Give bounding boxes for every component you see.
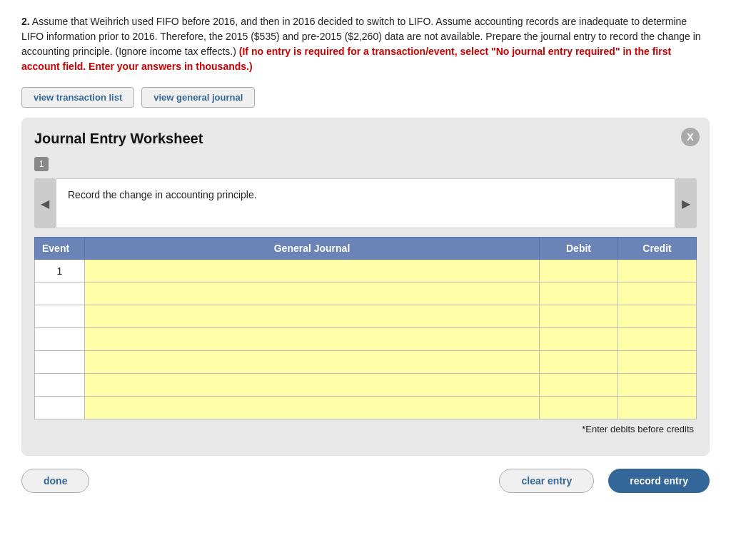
col-header-debit: Debit: [540, 238, 618, 260]
journal-input[interactable]: [85, 260, 539, 282]
description-row: ◀ Record the change in accounting princi…: [34, 178, 697, 228]
journal-table: Event General Journal Debit Credit 1: [34, 237, 697, 419]
debit-input[interactable]: [540, 260, 617, 282]
credit-cell[interactable]: [618, 374, 697, 397]
journal-cell[interactable]: [85, 282, 540, 305]
credit-cell[interactable]: [618, 282, 697, 305]
bottom-center-buttons: clear entry record entry: [499, 469, 710, 493]
journal-input[interactable]: [85, 328, 539, 350]
debit-credits-note: *Enter debits before credits: [34, 424, 697, 434]
journal-input[interactable]: [85, 374, 539, 396]
credit-cell[interactable]: [618, 351, 697, 374]
table-row: [35, 351, 697, 374]
debit-input[interactable]: [540, 397, 617, 419]
event-cell: [35, 351, 85, 374]
table-row: [35, 305, 697, 328]
journal-cell[interactable]: [85, 328, 540, 351]
view-transaction-list-button[interactable]: view transaction list: [21, 87, 134, 108]
credit-input[interactable]: [618, 328, 696, 350]
question-number: 2.: [21, 16, 30, 27]
journal-input[interactable]: [85, 305, 539, 327]
record-entry-button[interactable]: record entry: [608, 469, 710, 493]
event-cell: [35, 305, 85, 328]
debit-input[interactable]: [540, 328, 617, 350]
debit-cell[interactable]: [540, 282, 618, 305]
credit-input[interactable]: [618, 397, 696, 419]
credit-input[interactable]: [618, 282, 696, 305]
clear-entry-button[interactable]: clear entry: [499, 469, 594, 493]
event-cell: [35, 397, 85, 419]
journal-cell[interactable]: [85, 374, 540, 397]
event-cell: [35, 374, 85, 397]
credit-input[interactable]: [618, 351, 696, 373]
done-button[interactable]: done: [21, 469, 89, 493]
credit-input[interactable]: [618, 305, 696, 327]
col-header-general-journal: General Journal: [85, 238, 540, 260]
credit-input[interactable]: [618, 260, 696, 282]
debit-cell[interactable]: [540, 374, 618, 397]
step-indicator: 1: [34, 157, 49, 171]
col-header-credit: Credit: [618, 238, 697, 260]
journal-input[interactable]: [85, 282, 539, 305]
view-general-journal-button[interactable]: view general journal: [141, 87, 255, 108]
debit-cell[interactable]: [540, 351, 618, 374]
debit-input[interactable]: [540, 305, 617, 327]
credit-cell[interactable]: [618, 260, 697, 282]
table-row: [35, 328, 697, 351]
bottom-button-row: done clear entry record entry: [21, 469, 710, 493]
journal-entry-worksheet: Journal Entry Worksheet X 1 ◀ Record the…: [21, 118, 710, 456]
debit-cell[interactable]: [540, 397, 618, 419]
debit-input[interactable]: [540, 351, 617, 373]
close-button[interactable]: X: [681, 128, 700, 146]
next-arrow-button[interactable]: ▶: [675, 178, 697, 228]
event-cell: [35, 282, 85, 305]
prev-arrow-button[interactable]: ◀: [34, 178, 56, 228]
table-row: 1: [35, 260, 697, 282]
top-button-row: view transaction list view general journ…: [21, 87, 710, 108]
table-row: [35, 397, 697, 419]
debit-cell[interactable]: [540, 328, 618, 351]
debit-cell[interactable]: [540, 305, 618, 328]
journal-cell[interactable]: [85, 305, 540, 328]
journal-cell[interactable]: [85, 397, 540, 419]
credit-cell[interactable]: [618, 305, 697, 328]
col-header-event: Event: [35, 238, 85, 260]
debit-input[interactable]: [540, 374, 617, 396]
event-cell: [35, 328, 85, 351]
table-row: [35, 374, 697, 397]
table-row: [35, 282, 697, 305]
description-box: Record the change in accounting principl…: [56, 178, 675, 228]
journal-input[interactable]: [85, 351, 539, 373]
journal-cell[interactable]: [85, 260, 540, 282]
worksheet-title: Journal Entry Worksheet: [34, 131, 697, 147]
credit-cell[interactable]: [618, 328, 697, 351]
journal-input[interactable]: [85, 397, 539, 419]
debit-cell[interactable]: [540, 260, 618, 282]
credit-input[interactable]: [618, 374, 696, 396]
question-block: 2. Assume that Weihrich used FIFO before…: [21, 14, 710, 74]
credit-cell[interactable]: [618, 397, 697, 419]
journal-cell[interactable]: [85, 351, 540, 374]
event-cell: 1: [35, 260, 85, 282]
debit-input[interactable]: [540, 282, 617, 305]
